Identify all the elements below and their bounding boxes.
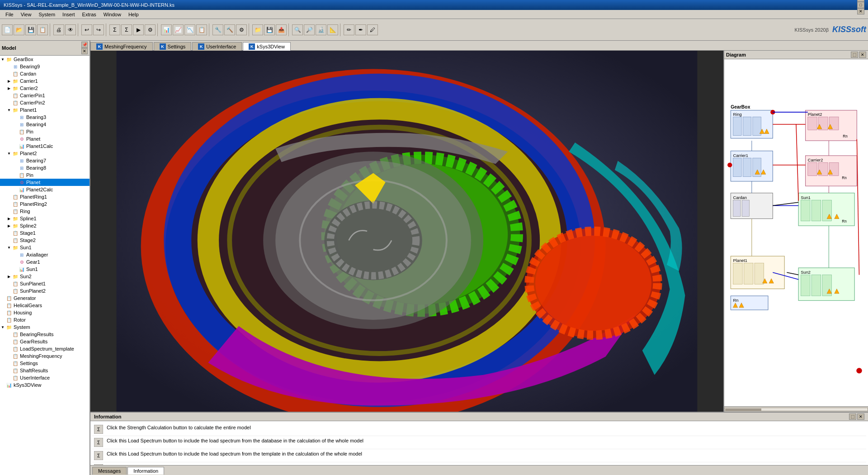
tree-item-settings[interactable]: 📋Settings xyxy=(0,360,90,367)
info-float-button[interactable]: ⬚ xyxy=(849,413,856,420)
tool12[interactable]: 📁 xyxy=(252,24,263,35)
tree-item-bearingresults[interactable]: 📋BearingResults xyxy=(0,331,90,338)
close-button[interactable]: ✕ xyxy=(857,8,864,14)
title-controls[interactable]: — □ ✕ xyxy=(857,0,864,14)
tree-item-bearing4[interactable]: ⊞Bearing4 xyxy=(0,121,90,128)
calc2-button[interactable]: Σ xyxy=(121,24,132,35)
tree-item-carrier2[interactable]: ▶📁Carrier2 xyxy=(0,85,90,92)
tree-item-carrierpin2[interactable]: 📋CarrierPin2 xyxy=(0,99,90,106)
new-button[interactable]: 📄 xyxy=(2,24,13,35)
diagram-float-button[interactable]: ⬚ xyxy=(851,52,858,58)
tree-item-cardan[interactable]: 📋Cardan xyxy=(0,70,90,77)
tree-item-planet2calc[interactable]: 📊Planet2Calc xyxy=(0,186,90,193)
tool18[interactable]: 📐 xyxy=(327,24,338,35)
tool9[interactable]: 🔧 xyxy=(212,24,223,35)
tree-item-userinterface[interactable]: 📋UserInterface xyxy=(0,374,90,381)
tab-information[interactable]: Information xyxy=(127,467,164,475)
tree-item-carrier1[interactable]: ▶📁Carrier1 xyxy=(0,77,90,85)
tree-item-spline2[interactable]: ▶📁Spline2 xyxy=(0,222,90,229)
tree-item-spline1[interactable]: ▶📁Spline1 xyxy=(0,215,90,222)
tree-item-carrierpin1[interactable]: 📋CarrierPin1 xyxy=(0,92,90,99)
tree-item-generator[interactable]: 📋Generator xyxy=(0,294,90,302)
print-button[interactable]: 🖨 xyxy=(53,24,64,35)
redo-button[interactable]: ↪ xyxy=(93,24,104,35)
tree-item-planetring2[interactable]: 📋PlanetRing2 xyxy=(0,200,90,208)
tree-item-bearing9[interactable]: ⊞Bearing9 xyxy=(0,63,90,70)
open-button[interactable]: 📂 xyxy=(14,24,24,35)
maximize-button[interactable]: □ xyxy=(857,2,864,8)
tree-item-stage1[interactable]: 📋Stage1 xyxy=(0,229,90,237)
calc4-button[interactable]: ⚙ xyxy=(145,24,156,35)
tool5[interactable]: 📊 xyxy=(161,24,172,35)
tree-item-planet1[interactable]: ▼📁Planet1 xyxy=(0,106,90,114)
tool13[interactable]: 💾 xyxy=(264,24,275,35)
tree-item-meshingfreq[interactable]: 📋MeshingFrequency xyxy=(0,352,90,360)
tree-item-pin1[interactable]: 📋Pin xyxy=(0,128,90,135)
undo-button[interactable]: ↩ xyxy=(81,24,92,35)
3d-viewport[interactable] xyxy=(90,51,723,412)
tree-item-housing[interactable]: 📋Housing xyxy=(0,309,90,316)
tool6[interactable]: 📈 xyxy=(173,24,184,35)
info-close-button[interactable]: ✕ xyxy=(857,413,864,420)
model-close-button[interactable]: ✕ xyxy=(81,48,88,54)
tab-userinterface[interactable]: K UserInterface xyxy=(192,42,242,51)
save-as-button[interactable]: 📋 xyxy=(37,24,48,35)
tab-meshingfrequency[interactable]: K MeshingFrequency xyxy=(90,42,153,51)
tree-item-helicalgears[interactable]: 📋HelicalGears xyxy=(0,302,90,309)
tool16[interactable]: 🔎 xyxy=(304,24,315,35)
tree-item-planet2[interactable]: ▼📁Planet2 xyxy=(0,150,90,157)
menu-system[interactable]: System xyxy=(35,11,59,18)
tree-item-system[interactable]: ▼📁System xyxy=(0,323,90,331)
tree-item-axiallager[interactable]: ⊞Axiallager xyxy=(0,251,90,258)
tool14[interactable]: 📤 xyxy=(276,24,287,35)
tool17[interactable]: 🔬 xyxy=(316,24,326,35)
tree-item-gearbox[interactable]: ▼📁GearBox xyxy=(0,56,90,63)
tab-messages[interactable]: Messages xyxy=(92,467,127,475)
tree-item-stage2[interactable]: 📋Stage2 xyxy=(0,237,90,244)
menu-extras[interactable]: Extras xyxy=(79,11,100,18)
tool11[interactable]: ⚙ xyxy=(236,24,247,35)
tree-item-planet1calc[interactable]: 📊Planet1Calc xyxy=(0,142,90,150)
tree-item-planet1g[interactable]: ⚙Planet xyxy=(0,135,90,142)
menu-help[interactable]: Help xyxy=(125,11,142,18)
tool21[interactable]: 🖊 xyxy=(367,24,378,35)
tool15[interactable]: 🔍 xyxy=(292,24,303,35)
tree-item-planetring1[interactable]: 📋PlanetRing1 xyxy=(0,193,90,200)
menu-view[interactable]: View xyxy=(17,11,35,18)
diagram-close-button[interactable]: ✕ xyxy=(859,52,866,58)
tree-item-bearing8[interactable]: ⊞Bearing8 xyxy=(0,164,90,171)
menu-insert[interactable]: Insert xyxy=(59,11,79,18)
model-pin-button[interactable]: 📌 xyxy=(81,42,88,48)
tree-item-shaftresults[interactable]: 📋ShaftResults xyxy=(0,367,90,374)
tree-item-rotor[interactable]: 📋Rotor xyxy=(0,316,90,323)
tool20[interactable]: ✒ xyxy=(355,24,366,35)
tab-settings[interactable]: K Settings xyxy=(154,42,192,51)
tree-item-gear1[interactable]: ⚙Gear1 xyxy=(0,258,90,266)
tab-ksys3dview[interactable]: K kSys3DView xyxy=(243,42,291,51)
print-prev-button[interactable]: 👁 xyxy=(65,24,76,35)
tree-item-ksys3dview[interactable]: 📊kSys3DView xyxy=(0,381,90,389)
tree-item-sun2[interactable]: ▶📁Sun2 xyxy=(0,273,90,280)
diagram-scrollbar[interactable] xyxy=(724,406,868,412)
save-button[interactable]: 💾 xyxy=(25,24,36,35)
tree-item-sun1[interactable]: ▼📁Sun1 xyxy=(0,244,90,251)
calc3-button[interactable]: ▶ xyxy=(133,24,144,35)
diagram-scrollbar-thumb[interactable] xyxy=(725,408,761,411)
menu-window[interactable]: Window xyxy=(100,11,125,18)
tree-item-sun1c[interactable]: 📊Sun1 xyxy=(0,266,90,273)
tree-item-ring[interactable]: 📋Ring xyxy=(0,208,90,215)
tree-item-loadspectrum[interactable]: 📋LoadSpectrum_template xyxy=(0,345,90,352)
tool19[interactable]: ✏ xyxy=(344,24,354,35)
tool10[interactable]: 🔨 xyxy=(224,24,235,35)
tool7[interactable]: 📉 xyxy=(184,24,195,35)
tree-item-sunplanet2[interactable]: 📋SunPlanet2 xyxy=(0,287,90,294)
tree-item-planet2g[interactable]: ⚙Planet xyxy=(0,179,90,186)
tree-item-bearing3[interactable]: ⊞Bearing3 xyxy=(0,114,90,121)
menu-file[interactable]: File xyxy=(2,11,17,18)
calc-button[interactable]: Σ xyxy=(109,24,120,35)
tree-item-gearresults[interactable]: 📋GearResults xyxy=(0,338,90,345)
tool8[interactable]: 📋 xyxy=(196,24,207,35)
tree-item-bearing7[interactable]: ⊞Bearing7 xyxy=(0,157,90,164)
tree-item-sunplanet1[interactable]: 📋SunPlanet1 xyxy=(0,280,90,287)
tree-item-pin2[interactable]: 📋Pin xyxy=(0,171,90,179)
